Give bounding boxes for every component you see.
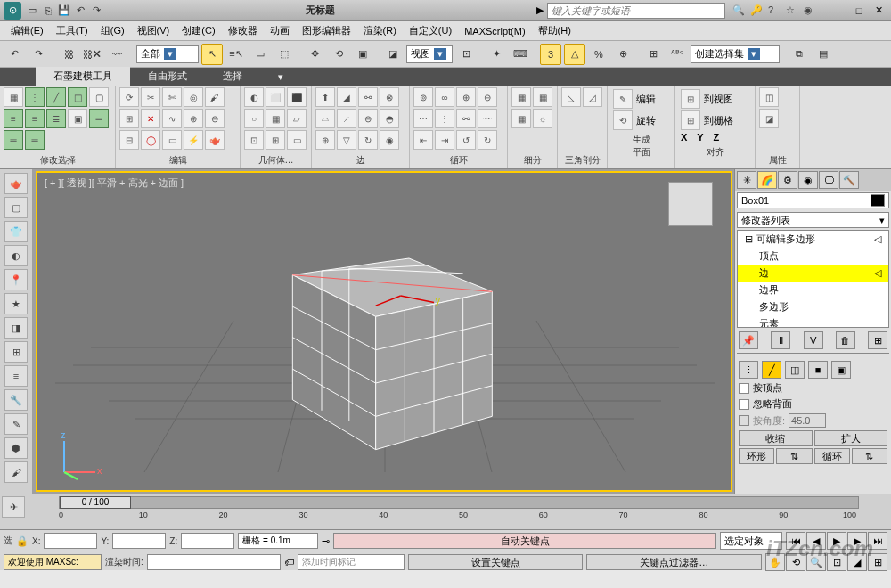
selection-filter-combo[interactable]: 全部 ▾ xyxy=(136,45,199,63)
ltool-wrench-icon[interactable]: 🔧 xyxy=(4,389,28,411)
stack-border[interactable]: 边界 xyxy=(738,282,888,298)
ltool-brush-icon[interactable]: 🖌 xyxy=(4,461,28,483)
sel2-icon[interactable]: ≡ xyxy=(25,109,45,128)
insert-icon[interactable]: ⊕ xyxy=(315,130,335,150)
ltool-bottom-icon[interactable]: ✈ xyxy=(2,496,25,518)
border-mode-icon[interactable]: ◫ xyxy=(68,87,87,107)
remove-mod-icon[interactable]: 🗑 xyxy=(836,331,855,349)
grow-button[interactable]: 扩大 xyxy=(814,430,888,446)
tab-graphite[interactable]: 石墨建模工具 xyxy=(36,67,130,86)
relax-icon[interactable]: ∿ xyxy=(162,109,182,128)
make-unique-icon[interactable]: ∀ xyxy=(804,331,823,349)
align-button[interactable]: ▤ xyxy=(813,44,834,65)
edit-tri-icon[interactable]: ▽ xyxy=(337,130,356,150)
menu-edit[interactable]: 编辑(E) xyxy=(5,22,49,39)
menu-group[interactable]: 组(G) xyxy=(95,22,130,39)
qat-undo-icon[interactable]: ↶ xyxy=(73,4,87,18)
spin-icon[interactable]: ◉ xyxy=(380,130,399,150)
lock-icon[interactable]: 🔒 xyxy=(16,535,29,547)
attach-icon[interactable]: ⊕ xyxy=(184,109,203,128)
create-icon[interactable]: ⬜ xyxy=(266,87,285,107)
minimize-button[interactable]: — xyxy=(830,4,848,18)
subdiv3-icon[interactable]: ▦ xyxy=(511,109,531,128)
connect2-icon[interactable]: ⚯ xyxy=(456,109,476,128)
cut2-icon[interactable]: ✕ xyxy=(141,109,160,128)
menu-customize[interactable]: 自定义(U) xyxy=(404,22,457,39)
angle-snap-button[interactable]: △ xyxy=(564,44,585,65)
element-icon[interactable]: ▣ xyxy=(68,109,87,128)
detach-icon[interactable]: ⊟ xyxy=(119,130,139,150)
connect-icon[interactable]: ⚯ xyxy=(358,87,378,107)
link-button[interactable]: ⛓ xyxy=(58,44,79,65)
object-name-field[interactable]: Box01 xyxy=(737,192,889,208)
named-sel-set-combo[interactable]: 创建选择集 ▾ xyxy=(691,45,780,63)
tab-modify-icon[interactable]: 🌈 xyxy=(757,171,777,189)
stack-edge[interactable]: 边 ◁ xyxy=(738,265,888,282)
addmarker-field[interactable]: 添加时间标记 xyxy=(298,554,405,570)
menu-create[interactable]: 创建(C) xyxy=(176,22,220,39)
tab-freeform[interactable]: 自由形式 xyxy=(130,67,205,86)
loop-spin-icon[interactable]: ⇅ xyxy=(852,448,887,464)
x-field[interactable] xyxy=(44,533,97,549)
split-icon[interactable]: ⟋ xyxy=(337,109,356,128)
ring-icon[interactable]: ⊚ xyxy=(413,87,433,107)
select-object-button[interactable]: ↖ xyxy=(201,44,223,65)
ltool-tshirt-icon[interactable]: 👕 xyxy=(4,221,28,242)
turn-icon[interactable]: ↻ xyxy=(358,130,378,150)
subdiv2-icon[interactable]: ▦ xyxy=(533,87,552,107)
sel1-icon[interactable]: ≡ xyxy=(4,109,23,128)
quick-icon[interactable]: ⚡ xyxy=(184,130,203,150)
loopc-icon[interactable]: ↺ xyxy=(456,130,476,150)
ring-spin-icon[interactable]: ⇅ xyxy=(776,448,812,464)
constrain-icon[interactable]: ⊞ xyxy=(119,109,139,128)
maximize-button[interactable]: □ xyxy=(850,4,868,18)
stack-root[interactable]: ⊟ 可编辑多边形 ◁ xyxy=(738,231,888,248)
y-field[interactable] xyxy=(112,533,166,549)
ltool-box-icon[interactable]: ▢ xyxy=(4,197,28,218)
ring-button[interactable]: 环形 xyxy=(739,448,774,464)
autokey-button[interactable]: 自动关键点 xyxy=(333,533,716,549)
quickslice-icon[interactable]: ✂ xyxy=(141,87,160,107)
menu-help[interactable]: 帮助(H) xyxy=(533,22,576,39)
time-slider[interactable]: 0 / 100 0 10 20 30 40 50 60 70 80 90 100 xyxy=(27,494,891,529)
unlink-button[interactable]: ⛓✕ xyxy=(82,44,103,65)
relax2-icon[interactable]: ◐ xyxy=(244,87,264,107)
menu-maxscript[interactable]: MAXScript(M) xyxy=(459,24,530,38)
attach2-icon[interactable]: ⬛ xyxy=(287,87,307,107)
prop2-icon[interactable]: ◪ xyxy=(759,109,779,128)
tab-selection[interactable]: 选择 xyxy=(205,67,260,86)
viewport-label[interactable]: [ + ][ 透视 ][ 平滑 + 高光 + 边面 ] xyxy=(45,176,184,190)
expand-icon[interactable]: ⊟ xyxy=(745,233,753,245)
ltool-sphere-icon[interactable]: ◐ xyxy=(4,245,28,266)
sel6-icon[interactable]: ═ xyxy=(25,130,45,150)
planar-icon[interactable]: ▱ xyxy=(287,109,307,128)
ref-coord-button[interactable]: ◪ xyxy=(382,44,404,65)
bridge-icon[interactable]: ⌓ xyxy=(315,109,335,128)
tab-display-icon[interactable]: 🖵 xyxy=(819,171,838,189)
align-rotate-item[interactable]: ⟲旋转 xyxy=(613,110,669,130)
menu-graph[interactable]: 图形编辑器 xyxy=(297,22,356,39)
key-icon[interactable]: 🔑 xyxy=(750,4,763,16)
loop-button[interactable]: 循环 xyxy=(814,448,850,464)
viewalign-icon[interactable]: ⊡ xyxy=(244,130,264,150)
poly-face-icon[interactable]: ▢ xyxy=(89,87,109,107)
qat-redo-icon[interactable]: ↷ xyxy=(89,4,103,18)
ltool-grid-icon[interactable]: ⊞ xyxy=(4,341,28,363)
mirror-button[interactable]: ⧉ xyxy=(789,44,810,65)
redo-button[interactable]: ↷ xyxy=(28,44,49,65)
loopstart-icon[interactable]: ⇤ xyxy=(413,130,433,150)
grow-icon[interactable]: ⊕ xyxy=(456,87,476,107)
extrude-icon[interactable]: ⬆ xyxy=(315,87,335,107)
checkbox-byvertex[interactable] xyxy=(739,383,749,394)
bind-spacewarp-button[interactable]: 〰 xyxy=(106,44,127,65)
move-button[interactable]: ✥ xyxy=(304,44,325,65)
checkbox-byangle[interactable] xyxy=(739,415,749,426)
menu-modifiers[interactable]: 修改器 xyxy=(223,22,263,39)
subdiv4-icon[interactable]: ☼ xyxy=(533,109,552,128)
tri2-icon[interactable]: ◿ xyxy=(583,87,602,107)
percent-snap-button[interactable]: % xyxy=(588,44,609,65)
menu-render[interactable]: 渲染(R) xyxy=(358,22,402,39)
edge-mode-icon[interactable]: ╱ xyxy=(46,87,66,107)
sel4-icon[interactable]: ═ xyxy=(89,109,109,128)
ltool-bw-icon[interactable]: ◨ xyxy=(4,317,28,339)
